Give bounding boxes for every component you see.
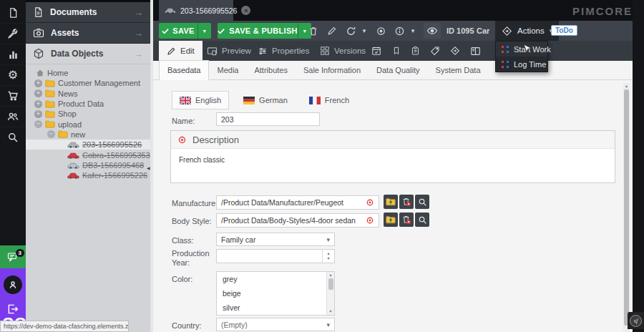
profiler-toggle-button[interactable]: sf <box>628 312 644 329</box>
layout-button[interactable] <box>467 43 484 59</box>
workflow-button[interactable] <box>447 43 464 59</box>
expand-plus-icon[interactable]: + <box>34 89 42 97</box>
wrench-icon <box>7 28 19 39</box>
monitor-icon <box>207 47 218 56</box>
expand-plus-icon[interactable]: + <box>34 79 42 87</box>
subtab-attributes[interactable]: Attributes <box>246 61 295 79</box>
class-select[interactable]: Family car ▾ <box>216 233 335 246</box>
save-button[interactable]: SAVE ▾ <box>159 23 211 39</box>
users-rail-button[interactable] <box>0 107 26 127</box>
status-url-tooltip: https://dev-demo-data-cfasching.elements… <box>0 321 129 332</box>
color-listbox[interactable]: grey beige silver ▴ ▾ <box>216 271 335 316</box>
chat-rail-button[interactable]: 3 <box>0 245 26 268</box>
tab-close-icon[interactable]: × <box>241 6 250 15</box>
manufacturer-input[interactable]: /Product Data/Manufacturer/Peugeot <box>216 195 379 210</box>
notes-button[interactable] <box>406 43 424 59</box>
rename-button[interactable] <box>323 23 341 39</box>
menu-item-log-time[interactable]: Log Time <box>496 57 547 72</box>
tree-item-product-data[interactable]: + Product Data <box>26 99 150 109</box>
search-icon <box>7 132 19 143</box>
tree-item-kafer[interactable]: Kafer-1566995226 <box>26 170 150 180</box>
menu-item-start-work[interactable]: Start Work <box>496 42 547 57</box>
manufacturer-search-button[interactable] <box>415 195 429 209</box>
subtab-sale-information[interactable]: Sale Information <box>296 61 369 79</box>
book-columns-icon <box>470 47 481 56</box>
production-year-spinner[interactable]: ▴▾ <box>216 249 335 263</box>
search-rail-button[interactable] <box>0 127 26 147</box>
bookmark-button[interactable] <box>388 43 405 59</box>
tree-item-customer-management[interactable]: + Customer Management <box>26 78 150 88</box>
spinner-up-icon[interactable]: ▴ <box>327 251 329 256</box>
tree-item-upload[interactable]: − upload <box>26 119 150 129</box>
subtab-media[interactable]: Media <box>209 61 246 79</box>
tab-properties[interactable]: Properties <box>250 41 317 61</box>
tab-versions[interactable]: Versions <box>312 41 374 61</box>
locate-in-tree-button[interactable] <box>372 23 389 39</box>
info-button[interactable] <box>391 23 408 39</box>
settings-rail-button[interactable]: ⚙ <box>0 65 26 86</box>
body-style-open-button[interactable] <box>384 213 398 227</box>
manufacturer-remove-button[interactable] <box>399 195 414 209</box>
name-input[interactable]: 203 <box>216 112 320 126</box>
scroll-up-icon[interactable]: ▴ <box>329 272 331 278</box>
country-select[interactable]: (Empty) ▾ <box>216 318 335 331</box>
save-dropdown-button[interactable]: ▾ <box>197 23 211 39</box>
tag-button[interactable] <box>426 43 444 59</box>
profile-avatar-button[interactable] <box>4 275 22 294</box>
preview-eye-button[interactable] <box>424 23 441 39</box>
scroll-down-icon[interactable]: ▾ <box>329 308 331 315</box>
object-tab[interactable]: 203-1566995526 × <box>159 0 233 21</box>
spinner-down-icon[interactable]: ▾ <box>327 256 329 261</box>
collapse-minus-icon[interactable]: − <box>47 130 55 138</box>
description-title: Description <box>192 135 239 145</box>
accordion-assets[interactable]: Assets → <box>26 23 150 44</box>
tree-item-cobra[interactable]: Cobra-1566995353 <box>26 150 150 160</box>
body-style-input[interactable]: /Product Data/Body-Styles/4-door sedan <box>216 213 379 228</box>
documents-rail-button[interactable] <box>0 3 26 24</box>
lang-tab-french[interactable]: French <box>302 92 356 109</box>
workflow-dots-icon <box>502 46 509 53</box>
actions-button[interactable]: Actions ▾ <box>495 21 559 41</box>
scrollbar-thumb[interactable] <box>624 89 629 326</box>
spinner-buttons[interactable]: ▴▾ <box>322 250 334 263</box>
splitter-collapse-handle[interactable]: ◀ <box>147 162 152 173</box>
tree-item-203[interactable]: 203-1566995526 <box>26 140 150 150</box>
subtab-basedata[interactable]: Basedata <box>159 60 209 80</box>
subtab-system-data[interactable]: System Data <box>428 61 489 79</box>
tab-edit[interactable]: Edit <box>159 41 203 61</box>
body-style-remove-button[interactable] <box>399 213 414 227</box>
listbox-scrollbar[interactable]: ▴ ▾ <box>326 272 334 315</box>
scroll-up-icon[interactable]: ▴ <box>623 83 630 89</box>
color-option-grey[interactable]: grey <box>223 275 328 289</box>
tools-rail-button[interactable] <box>0 24 26 44</box>
ecommerce-rail-button[interactable] <box>0 86 26 107</box>
tree-item-new[interactable]: − new <box>26 130 150 140</box>
tree-item-news[interactable]: + News <box>26 89 150 99</box>
tree-item-db3[interactable]: DB3-1566995468 <box>26 160 150 170</box>
reports-rail-button[interactable] <box>0 44 26 65</box>
scrollbar-thumb[interactable] <box>328 278 333 290</box>
reload-dropdown-button[interactable]: ▾ <box>359 23 369 39</box>
color-option-silver[interactable]: silver <box>223 303 328 318</box>
tree-item-home[interactable]: Home <box>26 68 150 78</box>
expand-plus-icon[interactable]: + <box>34 100 42 108</box>
tree-item-shop[interactable]: + Shop <box>26 109 150 119</box>
body-style-search-button[interactable] <box>415 213 429 227</box>
expand-plus-icon[interactable]: + <box>34 110 42 118</box>
content-scrollbar[interactable]: ▴ <box>623 83 630 332</box>
lang-tab-english[interactable]: English <box>172 91 229 109</box>
info-dropdown-button[interactable]: ▾ <box>408 23 418 39</box>
color-option-beige[interactable]: beige <box>223 289 328 303</box>
description-editable[interactable]: French classic <box>171 149 615 171</box>
manufacturer-open-button[interactable] <box>384 195 398 209</box>
subtab-data-quality[interactable]: Data Quality <box>369 61 428 79</box>
accordion-documents[interactable]: Documents → <box>26 2 150 23</box>
lang-tab-german[interactable]: German <box>236 92 295 109</box>
schedule-button[interactable] <box>368 43 385 59</box>
reload-button[interactable] <box>342 23 359 39</box>
car-grey-icon <box>67 141 79 148</box>
delete-button[interactable] <box>305 23 322 39</box>
collapse-minus-icon[interactable]: − <box>34 120 42 128</box>
save-publish-button[interactable]: SAVE & PUBLISH ▾ <box>218 23 311 39</box>
accordion-data-objects[interactable]: Data Objects → <box>26 44 150 64</box>
